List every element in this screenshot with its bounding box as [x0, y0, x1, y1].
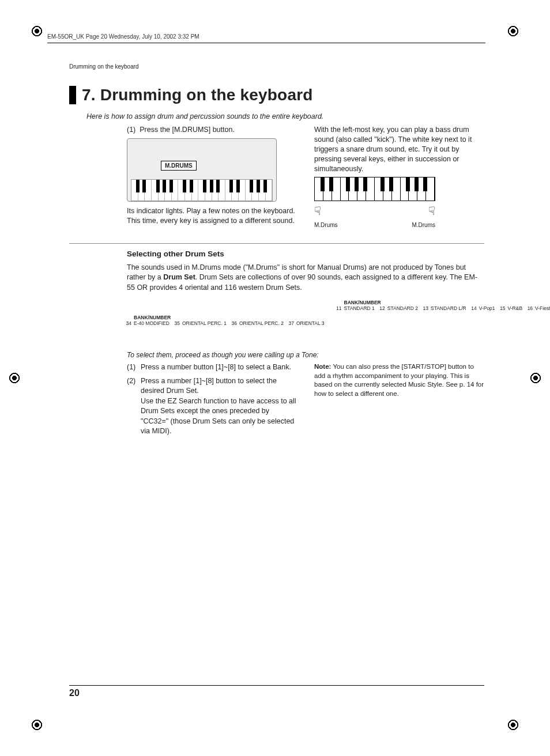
- hand-left-icon: ☟: [314, 203, 321, 219]
- hand-right-icon: ☟: [428, 203, 435, 219]
- footer-rule: [69, 685, 484, 686]
- section-body: The sounds used in M.Drums mode ("M.Drum…: [127, 263, 484, 293]
- step2-text: Press a number [1]~[8] button to select …: [141, 376, 297, 396]
- step2-num: (2): [127, 376, 141, 437]
- drum-set-table: BANK/NUMBER 34E-40 MODIFIED35ORIENTAL PE…: [121, 300, 484, 341]
- mini-piano-graphic: [314, 177, 435, 201]
- registration-mark: [507, 25, 519, 37]
- registration-mark: [31, 719, 43, 731]
- step-text: Press the [M.DRUMS] button.: [140, 126, 235, 134]
- drum-col-1: BANK/NUMBER 11STANDARD 112STANDARD 213ST…: [331, 300, 550, 341]
- step1-num: (1): [127, 362, 141, 373]
- caption-left: M.Drums: [314, 221, 338, 229]
- drum-col-oriental: BANK/NUMBER 34E-40 MODIFIED35ORIENTAL PE…: [121, 315, 325, 326]
- figure-caption: Its indicator lights. Play a few notes o…: [127, 206, 297, 226]
- registration-mark: [31, 25, 43, 37]
- intro-text: Here is how to assign drum and percussio…: [86, 112, 484, 120]
- title-bar: [69, 86, 76, 104]
- page-number: 20: [69, 688, 80, 698]
- registration-mark: [529, 372, 542, 384]
- step1-text: Press a number button [1]~[8] to select …: [141, 362, 297, 373]
- to-select-text: To select them, proceed as though you we…: [127, 351, 484, 359]
- page-info-header: EM-55OR_UK Page 20 Wednesday, July 10, 2…: [47, 33, 199, 40]
- right-paragraph: With the left-most key, you can play a b…: [314, 125, 484, 173]
- caption-right: M.Drums: [412, 221, 435, 229]
- chapter-title-text: Drumming on the keyboard: [100, 86, 313, 104]
- keyboard-figure: M.DRUMS: [127, 138, 277, 202]
- section-divider: [69, 243, 484, 244]
- mdrums-button-label: M.DRUMS: [161, 161, 197, 171]
- note-label: Note:: [314, 363, 331, 370]
- step2-extra: Use the EZ Search function to have acces…: [141, 396, 297, 437]
- note-paragraph: Note: You can also press the [START/STOP…: [314, 362, 484, 398]
- page-info-text: EM-55OR_UK Page 20 Wednesday, July 10, 2…: [47, 33, 199, 40]
- step-number: (1): [127, 126, 135, 134]
- piano-keys-graphic: [131, 179, 273, 201]
- registration-mark: [8, 372, 21, 384]
- running-head: Drumming on the keyboard: [69, 63, 484, 70]
- registration-mark: [507, 719, 519, 731]
- hand-icons-row: ☟ ☟: [314, 203, 435, 219]
- section-heading: Selecting other Drum Sets: [127, 250, 484, 258]
- chapter-title: 7. Drumming on the keyboard: [69, 86, 484, 104]
- chapter-number: 7.: [82, 86, 96, 104]
